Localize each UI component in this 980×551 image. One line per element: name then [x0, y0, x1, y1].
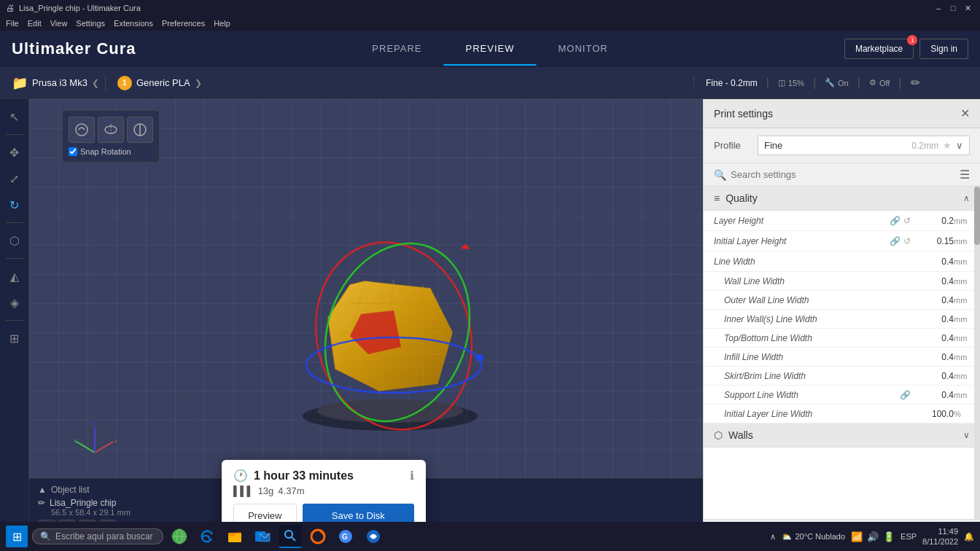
top-bottom-input[interactable]	[914, 333, 954, 343]
profile-star-icon[interactable]: ★	[943, 140, 952, 151]
menu-help[interactable]: Help	[214, 19, 230, 28]
taskbar-app-color[interactable]	[306, 525, 330, 548]
printer-name[interactable]: Prusa i3 Mk3	[32, 77, 88, 88]
layer-height-reset-icon[interactable]: ↺	[903, 216, 911, 226]
tab-preview[interactable]: PREVIEW	[444, 33, 537, 66]
line-width-input[interactable]	[914, 257, 954, 267]
toolbar-separator-3: |	[858, 77, 860, 90]
walls-section-icon: ⬡	[714, 429, 723, 441]
close-panel-button[interactable]: ✕	[960, 106, 970, 120]
tool-seam[interactable]: ◈	[3, 291, 26, 314]
tool-rotate[interactable]: ↻	[3, 193, 26, 216]
network-icon[interactable]: 📶	[851, 531, 863, 542]
profile-select[interactable]: Fine 0.2mm ★ ∨	[758, 136, 970, 155]
tab-prepare[interactable]: PREPARE	[350, 33, 443, 66]
layer-height-link-icon[interactable]: 🔗	[890, 216, 901, 226]
notification-icon[interactable]: 🔔	[964, 532, 974, 542]
tool-select[interactable]: ↖	[3, 105, 26, 128]
info-icon[interactable]: ℹ	[410, 469, 414, 482]
taskbar-app-search[interactable]	[279, 525, 302, 548]
taskbar-app-files[interactable]	[223, 525, 246, 548]
settings-menu-icon[interactable]: ☰	[960, 168, 970, 181]
snap-checkbox[interactable]	[69, 147, 77, 156]
support-icon: 🔧	[825, 78, 835, 87]
taskbar-app-extra[interactable]	[362, 525, 385, 548]
filament-name[interactable]: Generic PLA	[136, 77, 190, 88]
tool-move[interactable]: ✥	[3, 141, 26, 164]
taskbar-app-browser[interactable]	[168, 525, 191, 548]
tool-separator-2	[6, 222, 23, 223]
outer-wall-input[interactable]	[914, 295, 954, 305]
snap-rotation-label: Snap Rotation	[80, 147, 131, 156]
search-settings-input[interactable]	[731, 169, 955, 180]
minimize-button[interactable]: –	[932, 1, 945, 15]
printer-folder-icon[interactable]: 📁	[12, 75, 28, 91]
menu-file[interactable]: File	[6, 19, 19, 28]
initial-layer-height-input[interactable]	[914, 236, 954, 246]
start-button[interactable]: ⊞	[6, 525, 28, 547]
tool-scale[interactable]: ⤢	[3, 167, 26, 190]
taskbar-search[interactable]: 🔍 Escribe aquí para buscar	[32, 528, 163, 544]
support-label[interactable]: On	[838, 79, 849, 87]
walls-section-header[interactable]: ⬡ Walls ∨	[704, 423, 980, 448]
infill-line-width-input[interactable]	[914, 352, 954, 362]
quality-section-header[interactable]: ≡ Quality ∧	[704, 187, 980, 211]
left-toolbar: ↖ ✥ ⤢ ↻ ⬡ ◭ ◈ ⊞	[0, 99, 29, 551]
initial-layer-line-width-input[interactable]	[914, 409, 954, 419]
layer-height-input[interactable]	[914, 216, 954, 226]
taskbar-app-store[interactable]: G	[334, 525, 357, 548]
initial-layer-reset-icon[interactable]: ↺	[903, 236, 911, 246]
filament-chevron[interactable]: ❯	[195, 78, 202, 88]
rotate-x-button[interactable]	[69, 117, 95, 143]
model-container[interactable]	[262, 230, 518, 434]
tool-settings[interactable]: ⊞	[3, 327, 26, 350]
rotate-y-button[interactable]	[98, 117, 124, 143]
svg-text:X: X	[114, 438, 117, 445]
menu-settings[interactable]: Settings	[76, 19, 105, 28]
support-line-width-input[interactable]	[914, 390, 954, 400]
menu-extensions[interactable]: Extensions	[114, 19, 153, 28]
quality-section-chevron[interactable]: ∧	[963, 193, 970, 203]
menu-edit[interactable]: Edit	[28, 19, 42, 28]
signin-button[interactable]: Sign in	[919, 39, 968, 59]
tool-mirror[interactable]: ⬡	[3, 229, 26, 252]
volume-icon[interactable]: 🔊	[867, 531, 879, 542]
sys-icons: 📶 🔊 🔋	[851, 531, 895, 542]
close-button[interactable]: ✕	[961, 1, 974, 15]
quality-section-icon: ≡	[714, 192, 720, 204]
menu-preferences[interactable]: Preferences	[162, 19, 205, 28]
taskbar-search-icon: 🔍	[40, 531, 51, 542]
infill-value[interactable]: 15%	[788, 79, 804, 87]
nav-tabs: PREPARE PREVIEW MONITOR	[350, 33, 629, 66]
menu-view[interactable]: View	[50, 19, 68, 28]
viewport[interactable]: Snap Rotation	[29, 99, 703, 551]
profile-label[interactable]: Fine - 0.2mm	[706, 78, 758, 88]
taskbar-app-edge[interactable]	[195, 525, 219, 548]
initial-layer-link-icon[interactable]: 🔗	[890, 236, 901, 246]
settings-edit-icon[interactable]: ✏	[911, 76, 920, 90]
tool-support[interactable]: ◭	[3, 265, 26, 288]
marketplace-badge: 1	[907, 35, 917, 45]
scrollbar-thumb[interactable]	[974, 187, 980, 245]
profile-chevron-icon[interactable]: ∨	[956, 140, 963, 151]
title-bar-controls: – □ ✕	[932, 1, 974, 15]
support-line-link-icon[interactable]: 🔗	[900, 390, 911, 400]
taskbar-up-arrow[interactable]: ∧	[770, 532, 776, 542]
taskbar-app-outlook[interactable]	[251, 525, 274, 548]
adhesion-label[interactable]: Off	[879, 79, 890, 87]
rotate-z-button[interactable]	[127, 117, 153, 143]
walls-section-chevron[interactable]: ∨	[963, 430, 970, 440]
adhesion-group: ⚙ Off	[869, 78, 890, 87]
battery-icon[interactable]: 🔋	[883, 531, 895, 542]
tab-monitor[interactable]: MONITOR	[536, 33, 629, 66]
settings-toolbar: Fine - 0.2mm | ◫ 15% | 🔧 On | ⚙ Off | ✏	[697, 76, 974, 90]
printer-chevron[interactable]: ❮	[92, 78, 99, 88]
skirt-brim-input[interactable]	[914, 371, 954, 381]
outer-wall-label: Outer Wall Line Width	[724, 295, 914, 305]
wall-line-width-label: Wall Line Width	[724, 276, 914, 286]
maximize-button[interactable]: □	[946, 1, 960, 15]
inner-wall-input[interactable]	[914, 314, 954, 324]
snap-rotation-row: Snap Rotation	[69, 147, 153, 156]
wall-line-width-input[interactable]	[914, 276, 954, 286]
marketplace-button[interactable]: Marketplace 1	[844, 39, 914, 59]
